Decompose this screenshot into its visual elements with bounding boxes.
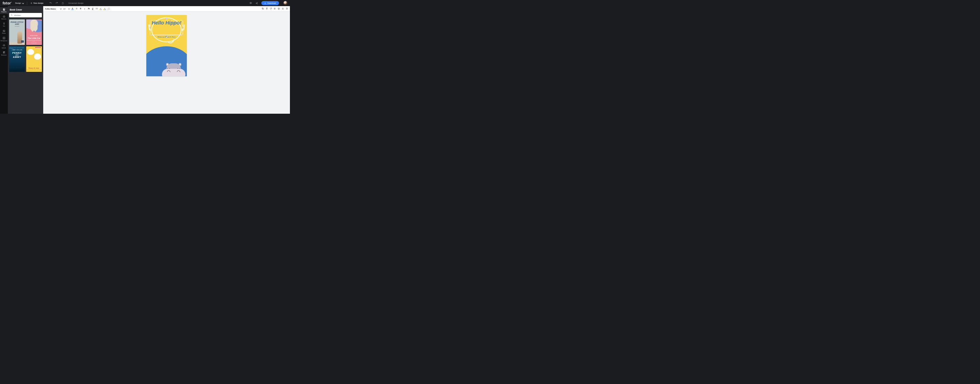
font-size-picker[interactable]: 14 bbox=[63, 8, 69, 10]
spacing-button[interactable] bbox=[95, 8, 98, 10]
move-handle[interactable]: ✥ bbox=[165, 35, 168, 38]
resize-handle[interactable] bbox=[150, 34, 151, 35]
rail-extension[interactable]: Extension bbox=[0, 50, 8, 57]
template-desc: An interesting story about a little cat … bbox=[26, 40, 42, 42]
svg-point-8 bbox=[11, 14, 12, 15]
template-overline: GUIDE BOOK bbox=[30, 35, 38, 37]
download-label: Download bbox=[267, 2, 276, 4]
share-button[interactable] bbox=[255, 2, 259, 5]
template-title: Penny & Amy bbox=[29, 67, 40, 69]
trees-illustration bbox=[9, 67, 25, 72]
canvas-stage[interactable]: Hello Hippo! Written by Aaliyah S. Perez… bbox=[43, 11, 290, 114]
template-title: The Little Cat bbox=[27, 37, 40, 39]
templates-icon bbox=[3, 8, 5, 11]
align-objects-button[interactable] bbox=[274, 8, 276, 10]
align-button[interactable] bbox=[76, 8, 78, 10]
design-page[interactable]: Hello Hippo! Written by Aaliyah S. Perez… bbox=[146, 15, 186, 76]
template-title: POOR LITTLE AMY bbox=[9, 21, 25, 25]
templates-panel: Book Cover POOR LITTLE AMY Grace Baker H… bbox=[8, 6, 43, 113]
template-card[interactable]: GUIDE BOOK The Little Cat An interesting… bbox=[26, 19, 42, 45]
font-name: Folks-Heavy bbox=[45, 8, 56, 10]
extension-icon bbox=[3, 51, 5, 54]
gradient-text-button[interactable]: A bbox=[103, 8, 106, 10]
user-avatar[interactable] bbox=[283, 1, 288, 5]
resize-handle[interactable] bbox=[182, 20, 183, 21]
photos-icon bbox=[3, 30, 5, 32]
template-overline: BED TIME STORY FOR THE YOUNG AT HEART bbox=[9, 47, 25, 49]
copy-style-button[interactable] bbox=[266, 8, 268, 10]
new-design-label: New design bbox=[33, 2, 43, 4]
sync-button[interactable] bbox=[61, 2, 64, 5]
rail-uploads[interactable]: Uploads bbox=[0, 43, 8, 50]
rail-label: Uploads bbox=[2, 47, 6, 49]
search-icon bbox=[11, 14, 13, 16]
template-search[interactable] bbox=[9, 13, 41, 18]
undo-button[interactable] bbox=[49, 2, 52, 5]
bold-button[interactable]: B bbox=[80, 8, 82, 10]
text-color-button[interactable]: A bbox=[72, 8, 74, 10]
redo-button[interactable] bbox=[55, 2, 58, 5]
download-icon bbox=[264, 2, 266, 5]
rail-elements[interactable]: Elements bbox=[0, 14, 8, 21]
gradient-swatch bbox=[100, 10, 102, 10]
bucket-illustration: HUNGRY bbox=[21, 40, 24, 43]
svg-rect-10 bbox=[282, 8, 283, 9]
rail-templates[interactable]: Templates bbox=[0, 7, 8, 14]
highlight-button[interactable] bbox=[100, 8, 102, 10]
resize-handle[interactable] bbox=[150, 27, 151, 29]
preview-button[interactable] bbox=[249, 2, 253, 5]
design-name-field[interactable]: Unnamed design bbox=[68, 2, 84, 4]
rail-label: Background bbox=[1, 40, 7, 41]
canvas-area: Folks-Heavy 14 A B I AA U bbox=[43, 6, 290, 113]
resize-handle[interactable] bbox=[182, 27, 183, 29]
template-card[interactable]: POOR LITTLE AMY Grace Baker HUNGRY bbox=[9, 19, 25, 45]
delete-button[interactable] bbox=[286, 8, 288, 10]
registered-icon: ® bbox=[11, 2, 11, 3]
layers-button[interactable] bbox=[278, 8, 280, 10]
cats-illustration bbox=[28, 48, 40, 60]
rail-label: Text bbox=[3, 25, 5, 27]
text-icon bbox=[3, 22, 5, 25]
selection-box[interactable]: ⟳ ✥ bbox=[150, 20, 183, 35]
italic-button[interactable]: I bbox=[83, 8, 86, 10]
template-badge: for beginners bbox=[35, 47, 41, 48]
duplicate-button[interactable] bbox=[262, 8, 264, 10]
elements-icon bbox=[3, 15, 5, 18]
resize-handle[interactable] bbox=[150, 20, 151, 21]
template-title: PENNY AND AMMY bbox=[12, 52, 22, 59]
rail-background[interactable]: Background bbox=[0, 36, 8, 43]
font-picker[interactable]: Folks-Heavy bbox=[45, 8, 62, 10]
design-menu[interactable]: Design bbox=[15, 2, 24, 4]
rail-label: Templates bbox=[1, 11, 6, 13]
template-desc: Bed time story for the young and young a… bbox=[26, 69, 41, 70]
font-size: 14 bbox=[63, 8, 65, 10]
template-by: by Isaac Scott bbox=[31, 43, 37, 43]
opacity-button[interactable] bbox=[108, 8, 110, 10]
rail-label: Extension bbox=[2, 54, 7, 56]
design-menu-label: Design bbox=[15, 2, 21, 4]
template-author: Grace Baker bbox=[15, 26, 19, 27]
cat-illustration bbox=[30, 20, 37, 31]
template-card[interactable]: BED TIME STORY FOR THE YOUNG AT HEART JI… bbox=[9, 46, 25, 72]
rail-text[interactable]: Text bbox=[0, 21, 8, 28]
plus-icon bbox=[30, 2, 33, 5]
app-header: fotor® Design New design Unnamed design … bbox=[0, 0, 290, 6]
lock-button[interactable] bbox=[282, 8, 284, 10]
chevron-down-icon bbox=[68, 8, 70, 10]
gradient-swatch bbox=[103, 10, 106, 10]
template-card[interactable]: for beginners Penny & Amy Bed time story… bbox=[26, 46, 42, 72]
search-input[interactable] bbox=[14, 14, 40, 16]
text-case-button[interactable]: AA bbox=[88, 8, 90, 10]
uploads-icon bbox=[3, 44, 5, 47]
resize-handle[interactable] bbox=[182, 34, 183, 35]
main-area: Templates Elements Text Photos Backgroun… bbox=[0, 6, 290, 113]
download-button[interactable]: Download bbox=[261, 1, 279, 5]
svg-rect-9 bbox=[262, 8, 263, 9]
rail-label: Elements bbox=[2, 18, 6, 20]
rail-photos[interactable]: Photos bbox=[0, 29, 8, 35]
side-rail: Templates Elements Text Photos Backgroun… bbox=[0, 6, 8, 113]
template-grid: POOR LITTLE AMY Grace Baker HUNGRY GUIDE… bbox=[9, 19, 41, 72]
underline-button[interactable]: U bbox=[92, 8, 94, 10]
new-design-button[interactable]: New design bbox=[30, 2, 43, 5]
rotate-button[interactable] bbox=[270, 8, 272, 10]
